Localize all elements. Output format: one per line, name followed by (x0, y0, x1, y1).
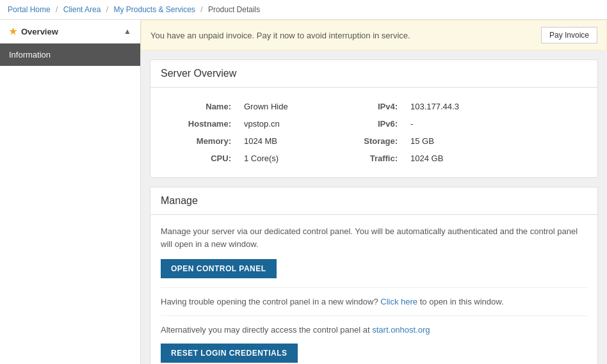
server-overview-body: Name: Grown Hide IPv4: 103.177.44.3 Host… (150, 88, 597, 177)
server-overview-card: Server Overview Name: Grown Hide IPv4: 1… (150, 59, 598, 178)
traffic-label: Traffic: (353, 150, 404, 167)
storage-value: 15 GB (404, 132, 587, 150)
breadcrumb-product-details: Product Details (208, 5, 260, 14)
breadcrumb: Portal Home / Client Area / My Products … (0, 0, 607, 20)
breadcrumb-sep-1: / (56, 5, 58, 14)
trouble-text: Having trouble opening the control panel… (161, 287, 587, 306)
server-overview-table: Name: Grown Hide IPv4: 103.177.44.3 Host… (161, 98, 587, 167)
cpu-value: 1 Core(s) (238, 150, 353, 167)
ipv6-value: - (404, 115, 587, 132)
star-icon: ★ (9, 26, 17, 36)
ipv4-label: IPv4: (353, 98, 404, 115)
breadcrumb-sep-2: / (106, 5, 108, 14)
table-row: CPU: 1 Core(s) Traffic: 1024 GB (161, 150, 587, 167)
manage-body: Manage your server via our dedicated con… (150, 215, 597, 364)
breadcrumb-sep-3: / (200, 5, 202, 14)
chevron-up-icon: ▲ (124, 27, 131, 36)
sidebar: ★ Overview ▲ Information (0, 20, 141, 364)
table-row: Hostname: vpstop.cn IPv6: - (161, 115, 587, 132)
ipv4-value: 103.177.44.3 (404, 98, 587, 115)
breadcrumb-portal-home[interactable]: Portal Home (8, 5, 51, 14)
name-label: Name: (161, 98, 238, 115)
cpu-label: CPU: (161, 150, 238, 167)
alt-prefix: Alternatively you may directly access th… (161, 325, 370, 335)
manage-title: Manage (150, 187, 597, 215)
manage-card: Manage Manage your server via our dedica… (150, 187, 598, 364)
overview-label: Overview (21, 27, 58, 36)
main-layout: ★ Overview ▲ Information You have an unp… (0, 20, 607, 364)
reset-login-credentials-button[interactable]: RESET LOGIN CREDENTIALS (161, 344, 298, 363)
click-here-link[interactable]: Click here (380, 297, 417, 306)
storage-label: Storage: (353, 132, 404, 150)
breadcrumb-products-services[interactable]: My Products & Services (113, 5, 195, 14)
memory-label: Memory: (161, 132, 238, 150)
overview-left: ★ Overview (9, 26, 58, 36)
pay-invoice-button[interactable]: Pay Invoice (541, 27, 597, 44)
content-area: You have an unpaid invoice. Pay it now t… (141, 20, 607, 364)
alt-link[interactable]: start.onhost.org (372, 325, 430, 335)
table-row: Memory: 1024 MB Storage: 15 GB (161, 132, 587, 150)
memory-value: 1024 MB (238, 132, 353, 150)
ipv6-label: IPv6: (353, 115, 404, 132)
hostname-value: vpstop.cn (238, 115, 353, 132)
reset-btn-wrap: RESET LOGIN CREDENTIALS (161, 344, 587, 363)
sidebar-item-information[interactable]: Information (0, 44, 140, 66)
alert-text: You have an unpaid invoice. Pay it now t… (150, 31, 410, 40)
table-row: Name: Grown Hide IPv4: 103.177.44.3 (161, 98, 587, 115)
alt-text-line: Alternatively you may directly access th… (161, 315, 587, 335)
sidebar-item-overview[interactable]: ★ Overview ▲ (0, 20, 140, 44)
breadcrumb-client-area[interactable]: Client Area (63, 5, 101, 14)
alt-link-label: start.onhost.org (372, 325, 430, 335)
trouble-prefix: Having trouble opening the control panel… (161, 297, 378, 306)
traffic-value: 1024 GB (404, 150, 587, 167)
alert-banner: You have an unpaid invoice. Pay it now t… (141, 20, 607, 51)
manage-description: Manage your server via our dedicated con… (161, 225, 587, 250)
hostname-label: Hostname: (161, 115, 238, 132)
name-value: Grown Hide (238, 98, 353, 115)
server-overview-title: Server Overview (150, 60, 597, 88)
information-label: Information (9, 50, 51, 59)
open-control-panel-button[interactable]: OPEN CONTROL PANEL (161, 259, 277, 278)
trouble-suffix: to open in this window. (420, 297, 504, 306)
